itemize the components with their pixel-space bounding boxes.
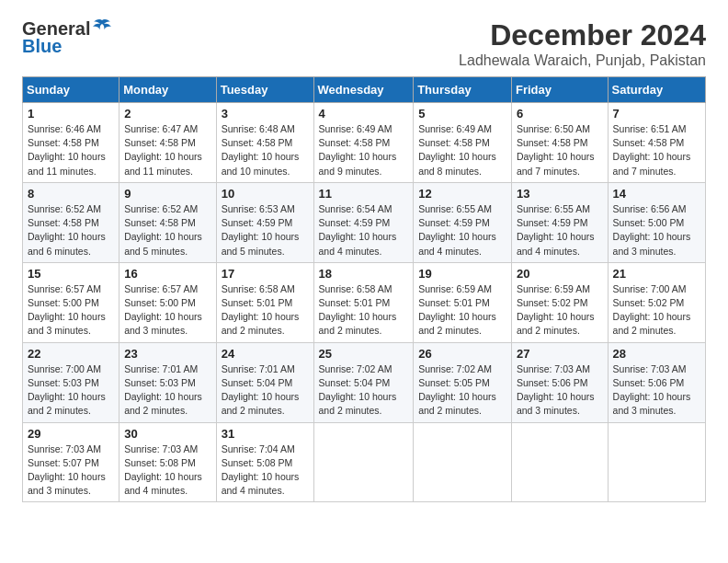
- day-info: Sunrise: 6:51 AMSunset: 4:58 PMDaylight:…: [613, 122, 700, 178]
- day-info: Sunrise: 7:00 AMSunset: 5:03 PMDaylight:…: [28, 362, 114, 419]
- day-number: 22: [28, 347, 114, 361]
- calendar-cell: 28Sunrise: 7:03 AMSunset: 5:06 PMDayligh…: [608, 342, 705, 422]
- day-number: 7: [613, 107, 700, 121]
- calendar-cell: 29Sunrise: 7:03 AMSunset: 5:07 PMDayligh…: [23, 422, 119, 502]
- calendar-cell: [608, 422, 705, 502]
- day-info: Sunrise: 6:52 AMSunset: 4:58 PMDaylight:…: [124, 202, 210, 259]
- day-info: Sunrise: 6:48 AMSunset: 4:58 PMDaylight:…: [222, 122, 309, 178]
- calendar-cell: [511, 422, 608, 502]
- day-info: Sunrise: 6:55 AMSunset: 4:59 PMDaylight:…: [418, 202, 506, 259]
- weekday-header-monday: Monday: [119, 77, 216, 103]
- day-info: Sunrise: 7:02 AMSunset: 5:04 PMDaylight:…: [319, 362, 409, 419]
- week-row-1: 1Sunrise: 6:46 AMSunset: 4:58 PMDaylight…: [23, 103, 706, 183]
- calendar-cell: 25Sunrise: 7:02 AMSunset: 5:04 PMDayligh…: [313, 342, 414, 422]
- day-number: 21: [613, 267, 700, 281]
- calendar-cell: 23Sunrise: 7:01 AMSunset: 5:03 PMDayligh…: [119, 342, 216, 422]
- calendar-cell: 6Sunrise: 6:50 AMSunset: 4:58 PMDaylight…: [511, 103, 608, 183]
- calendar-cell: 27Sunrise: 7:03 AMSunset: 5:06 PMDayligh…: [511, 342, 608, 422]
- day-info: Sunrise: 6:59 AMSunset: 5:02 PMDaylight:…: [517, 282, 603, 339]
- day-number: 16: [124, 267, 210, 281]
- day-info: Sunrise: 7:03 AMSunset: 5:06 PMDaylight:…: [613, 362, 700, 419]
- calendar-cell: 13Sunrise: 6:55 AMSunset: 4:59 PMDayligh…: [511, 182, 608, 262]
- weekday-header-row: SundayMondayTuesdayWednesdayThursdayFrid…: [23, 77, 706, 103]
- day-info: Sunrise: 6:46 AMSunset: 4:58 PMDaylight:…: [28, 122, 114, 178]
- day-info: Sunrise: 6:54 AMSunset: 4:59 PMDaylight:…: [319, 202, 409, 259]
- day-info: Sunrise: 6:56 AMSunset: 5:00 PMDaylight:…: [613, 202, 700, 259]
- day-number: 2: [124, 107, 210, 121]
- calendar-cell: 26Sunrise: 7:02 AMSunset: 5:05 PMDayligh…: [414, 342, 512, 422]
- day-number: 1: [28, 107, 114, 121]
- logo-blue-text: Blue: [22, 36, 62, 57]
- day-info: Sunrise: 6:58 AMSunset: 5:01 PMDaylight:…: [319, 282, 409, 339]
- week-row-2: 8Sunrise: 6:52 AMSunset: 4:58 PMDaylight…: [23, 182, 706, 262]
- calendar-cell: 21Sunrise: 7:00 AMSunset: 5:02 PMDayligh…: [608, 262, 705, 342]
- calendar-cell: 31Sunrise: 7:04 AMSunset: 5:08 PMDayligh…: [216, 422, 313, 502]
- day-number: 10: [222, 187, 309, 201]
- calendar-cell: 22Sunrise: 7:00 AMSunset: 5:03 PMDayligh…: [23, 342, 119, 422]
- day-info: Sunrise: 7:03 AMSunset: 5:06 PMDaylight:…: [517, 362, 603, 419]
- day-info: Sunrise: 6:57 AMSunset: 5:00 PMDaylight:…: [28, 282, 114, 339]
- day-info: Sunrise: 6:47 AMSunset: 4:58 PMDaylight:…: [124, 122, 210, 178]
- calendar-cell: 11Sunrise: 6:54 AMSunset: 4:59 PMDayligh…: [313, 182, 414, 262]
- day-info: Sunrise: 7:01 AMSunset: 5:03 PMDaylight:…: [124, 362, 210, 419]
- day-info: Sunrise: 6:50 AMSunset: 4:58 PMDaylight:…: [517, 122, 603, 178]
- day-info: Sunrise: 6:58 AMSunset: 5:01 PMDaylight:…: [222, 282, 309, 339]
- calendar-cell: 9Sunrise: 6:52 AMSunset: 4:58 PMDaylight…: [119, 182, 216, 262]
- calendar-cell: 7Sunrise: 6:51 AMSunset: 4:58 PMDaylight…: [608, 103, 705, 183]
- day-number: 27: [517, 347, 603, 361]
- day-number: 31: [222, 427, 309, 441]
- month-title: December 2024: [459, 18, 706, 52]
- day-number: 26: [418, 347, 506, 361]
- weekday-header-friday: Friday: [511, 77, 608, 103]
- calendar-cell: 15Sunrise: 6:57 AMSunset: 5:00 PMDayligh…: [23, 262, 119, 342]
- calendar-cell: 20Sunrise: 6:59 AMSunset: 5:02 PMDayligh…: [511, 262, 608, 342]
- weekday-header-sunday: Sunday: [23, 77, 119, 103]
- day-info: Sunrise: 7:03 AMSunset: 5:08 PMDaylight:…: [124, 442, 210, 499]
- day-number: 30: [124, 427, 210, 441]
- calendar-cell: 14Sunrise: 6:56 AMSunset: 5:00 PMDayligh…: [608, 182, 705, 262]
- logo-bird-icon: [92, 18, 112, 37]
- day-info: Sunrise: 7:04 AMSunset: 5:08 PMDaylight:…: [222, 442, 309, 499]
- day-info: Sunrise: 7:03 AMSunset: 5:07 PMDaylight:…: [28, 442, 114, 499]
- day-number: 13: [517, 187, 603, 201]
- calendar-cell: [414, 422, 512, 502]
- day-number: 29: [28, 427, 114, 441]
- day-info: Sunrise: 7:02 AMSunset: 5:05 PMDaylight:…: [418, 362, 506, 419]
- calendar-cell: 5Sunrise: 6:49 AMSunset: 4:58 PMDaylight…: [414, 103, 512, 183]
- day-info: Sunrise: 7:01 AMSunset: 5:04 PMDaylight:…: [222, 362, 309, 419]
- weekday-header-tuesday: Tuesday: [216, 77, 313, 103]
- week-row-3: 15Sunrise: 6:57 AMSunset: 5:00 PMDayligh…: [23, 262, 706, 342]
- calendar-cell: 18Sunrise: 6:58 AMSunset: 5:01 PMDayligh…: [313, 262, 414, 342]
- calendar-cell: 8Sunrise: 6:52 AMSunset: 4:58 PMDaylight…: [23, 182, 119, 262]
- day-info: Sunrise: 6:59 AMSunset: 5:01 PMDaylight:…: [418, 282, 506, 339]
- calendar-cell: 17Sunrise: 6:58 AMSunset: 5:01 PMDayligh…: [216, 262, 313, 342]
- day-number: 24: [222, 347, 309, 361]
- weekday-header-thursday: Thursday: [414, 77, 512, 103]
- calendar-cell: 12Sunrise: 6:55 AMSunset: 4:59 PMDayligh…: [414, 182, 512, 262]
- day-info: Sunrise: 6:52 AMSunset: 4:58 PMDaylight:…: [28, 202, 114, 259]
- calendar-cell: 16Sunrise: 6:57 AMSunset: 5:00 PMDayligh…: [119, 262, 216, 342]
- day-number: 9: [124, 187, 210, 201]
- calendar-table: SundayMondayTuesdayWednesdayThursdayFrid…: [22, 76, 706, 502]
- day-number: 25: [319, 347, 409, 361]
- calendar-cell: 30Sunrise: 7:03 AMSunset: 5:08 PMDayligh…: [119, 422, 216, 502]
- day-number: 18: [319, 267, 409, 281]
- calendar-cell: 10Sunrise: 6:53 AMSunset: 4:59 PMDayligh…: [216, 182, 313, 262]
- week-row-5: 29Sunrise: 7:03 AMSunset: 5:07 PMDayligh…: [23, 422, 706, 502]
- title-area: December 2024 Ladhewala Waraich, Punjab,…: [459, 18, 706, 69]
- calendar-cell: 24Sunrise: 7:01 AMSunset: 5:04 PMDayligh…: [216, 342, 313, 422]
- day-number: 11: [319, 187, 409, 201]
- calendar-cell: 19Sunrise: 6:59 AMSunset: 5:01 PMDayligh…: [414, 262, 512, 342]
- weekday-header-saturday: Saturday: [608, 77, 705, 103]
- day-number: 17: [222, 267, 309, 281]
- day-info: Sunrise: 6:49 AMSunset: 4:58 PMDaylight:…: [418, 122, 506, 178]
- day-number: 23: [124, 347, 210, 361]
- day-info: Sunrise: 6:57 AMSunset: 5:00 PMDaylight:…: [124, 282, 210, 339]
- weekday-header-wednesday: Wednesday: [313, 77, 414, 103]
- location-title: Ladhewala Waraich, Punjab, Pakistan: [459, 52, 706, 69]
- day-number: 8: [28, 187, 114, 201]
- calendar-cell: 1Sunrise: 6:46 AMSunset: 4:58 PMDaylight…: [23, 103, 119, 183]
- day-number: 15: [28, 267, 114, 281]
- day-number: 20: [517, 267, 603, 281]
- calendar-cell: 2Sunrise: 6:47 AMSunset: 4:58 PMDaylight…: [119, 103, 216, 183]
